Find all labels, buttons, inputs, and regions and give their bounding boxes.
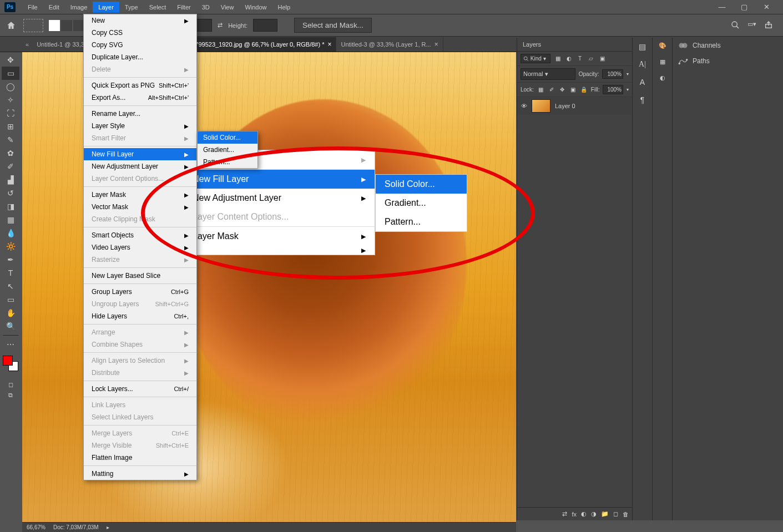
fill-input[interactable]: 100% xyxy=(603,85,623,94)
color-swatches[interactable] xyxy=(3,356,18,371)
lasso-tool[interactable]: ◯ xyxy=(2,80,19,93)
opacity-input[interactable]: 100% xyxy=(602,69,623,79)
brush-tool[interactable]: ✐ xyxy=(2,160,19,173)
menu-item-quick-export-as-png[interactable]: Quick Export as PNGShift+Ctrl+' xyxy=(84,79,196,92)
zoom-tool[interactable]: 🔍 xyxy=(2,320,19,333)
swatches-icon[interactable]: ▦ xyxy=(660,58,665,65)
lock-all-icon[interactable]: 🔒 xyxy=(580,86,587,94)
new-layer-icon[interactable]: ◻ xyxy=(613,510,618,518)
magic-wand-tool[interactable]: ✧ xyxy=(2,93,19,107)
lock-artboard-icon[interactable]: ▣ xyxy=(569,86,577,94)
menu-item-smart-objects[interactable]: Smart Objects▶ xyxy=(84,229,196,241)
menu-view[interactable]: View xyxy=(215,2,240,13)
share-icon[interactable] xyxy=(764,21,773,31)
submenu-item-pattern-[interactable]: Pattern... xyxy=(198,156,257,168)
tab-scroll-left[interactable]: « xyxy=(22,41,32,48)
menu-item-layer-mask[interactable]: Layer Mask▶ xyxy=(84,189,196,201)
tab-lion[interactable]: lion-5799523_1920.jpg @ 66,7% (Layer 0, … xyxy=(175,37,336,52)
menu-item-new[interactable]: New▶ xyxy=(84,14,196,27)
menu-item-rename-layer-[interactable]: Rename Layer... xyxy=(84,108,196,120)
menu-item-export-as-[interactable]: Export As...Alt+Shift+Ctrl+' xyxy=(84,92,196,104)
marquee-tool-icon[interactable] xyxy=(23,19,43,32)
menu-window[interactable]: Window xyxy=(239,2,272,13)
zoom-level[interactable]: 66,67% xyxy=(27,524,46,530)
menu-item-layer-style[interactable]: Layer Style▶ xyxy=(84,120,196,132)
height-input[interactable] xyxy=(253,19,277,32)
quick-mask-icon[interactable]: ◻ xyxy=(8,381,13,388)
menu-type[interactable]: Type xyxy=(119,2,144,13)
gradient-tool[interactable]: ▦ xyxy=(2,213,19,226)
menu-file[interactable]: File xyxy=(22,2,43,13)
blur-tool[interactable]: 💧 xyxy=(2,226,19,240)
menu-item-video-layers[interactable]: Video Layers▶ xyxy=(84,241,196,254)
submenu-item-gradient-[interactable]: Gradient... xyxy=(198,144,257,156)
menu-layer[interactable]: Layer xyxy=(93,2,119,13)
crop-tool[interactable]: ⛶ xyxy=(2,107,19,120)
adjustment-icon[interactable]: ◑ xyxy=(591,510,597,518)
menu-item-hide-layers[interactable]: Hide LayersCtrl+, xyxy=(84,310,196,322)
path-tool[interactable]: ↖ xyxy=(2,280,19,293)
filter-image-icon[interactable]: ▦ xyxy=(554,55,562,63)
adjustments-icon[interactable]: ◐ xyxy=(660,74,665,82)
selection-add[interactable] xyxy=(61,20,72,31)
menu-item-new-adjustment-layer[interactable]: New Adjustment Layer▶ xyxy=(84,160,196,173)
layers-tab[interactable]: Layers xyxy=(517,38,632,52)
menu-item-copy-svg[interactable]: Copy SVG xyxy=(84,39,196,51)
menu-3d[interactable]: 3D xyxy=(196,2,215,13)
character-icon[interactable]: A xyxy=(640,78,645,87)
select-and-mask-button[interactable]: Select and Mask... xyxy=(294,18,372,33)
layer-item-0[interactable]: 👁 Layer 0 xyxy=(517,97,632,115)
close-icon[interactable]: × xyxy=(327,40,331,48)
selection-subtract[interactable] xyxy=(73,20,84,31)
lock-brush-icon[interactable]: ✐ xyxy=(548,86,555,94)
filter-type-icon[interactable]: T xyxy=(576,55,584,63)
libraries-icon[interactable]: ▤ xyxy=(639,42,646,51)
frame-tool[interactable]: ⊞ xyxy=(2,120,19,133)
glyphs-icon[interactable]: A| xyxy=(639,60,646,69)
selection-new[interactable] xyxy=(49,20,60,31)
submenu-item-solid-color-[interactable]: Solid Color... xyxy=(198,131,257,144)
marquee-tool[interactable]: ▭ xyxy=(2,67,19,80)
paths-tab[interactable]: Paths xyxy=(673,53,783,69)
menu-item-matting[interactable]: Matting▶ xyxy=(84,468,196,480)
menu-item-flatten-image[interactable]: Flatten Image xyxy=(84,452,196,464)
hand-tool[interactable]: ✋ xyxy=(2,306,19,320)
foreground-color[interactable] xyxy=(3,356,13,366)
dodge-tool[interactable]: 🔆 xyxy=(2,240,19,253)
trash-icon[interactable]: 🗑 xyxy=(623,511,629,518)
menu-item-new-layer-based-slice[interactable]: New Layer Based Slice xyxy=(84,270,196,282)
stamp-tool[interactable]: ▟ xyxy=(2,173,19,186)
filter-smart-icon[interactable]: ▣ xyxy=(598,55,606,63)
menu-help[interactable]: Help xyxy=(272,2,296,13)
menu-image[interactable]: Image xyxy=(65,2,93,13)
move-tool[interactable]: ✥ xyxy=(2,53,19,67)
menu-item-new-fill-layer[interactable]: New Fill Layer▶ xyxy=(84,148,196,160)
chevron-right-icon[interactable]: ▸ xyxy=(107,524,109,530)
menu-item-group-layers[interactable]: Group LayersCtrl+G xyxy=(84,286,196,298)
home-icon[interactable] xyxy=(4,19,18,32)
menu-item-copy-css[interactable]: Copy CSS xyxy=(84,27,196,39)
lock-move-icon[interactable]: ✥ xyxy=(559,86,566,94)
menu-select[interactable]: Select xyxy=(144,2,172,13)
kind-select[interactable]: Kind ▾ xyxy=(521,54,550,63)
type-tool[interactable]: T xyxy=(2,266,19,280)
menu-item-vector-mask[interactable]: Vector Mask▶ xyxy=(84,201,196,213)
lock-pixels-icon[interactable]: ▦ xyxy=(537,86,544,94)
close-button[interactable]: ✕ xyxy=(759,3,774,11)
tab-untitled-3[interactable]: Untitled-3 @ 33,3% (Layer 1, R...× xyxy=(336,37,443,52)
filter-adjust-icon[interactable]: ◐ xyxy=(565,55,573,63)
shape-tool[interactable]: ▭ xyxy=(2,293,19,306)
filter-shape-icon[interactable]: ▱ xyxy=(587,55,595,63)
group-icon[interactable]: 📁 xyxy=(601,510,609,518)
healing-tool[interactable]: ✿ xyxy=(2,146,19,160)
swap-icon[interactable]: ⇄ xyxy=(218,22,223,29)
mask-icon[interactable]: ◐ xyxy=(581,510,587,518)
fx-icon[interactable]: fx xyxy=(572,511,577,518)
search-icon[interactable] xyxy=(731,21,740,31)
color-icon[interactable]: 🎨 xyxy=(659,42,666,49)
menu-filter[interactable]: Filter xyxy=(171,2,196,13)
minimize-button[interactable]: — xyxy=(714,3,730,11)
pen-tool[interactable]: ✒ xyxy=(2,253,19,266)
dots-icon[interactable]: ⋯ xyxy=(2,338,19,351)
layer-name[interactable]: Layer 0 xyxy=(555,103,575,109)
